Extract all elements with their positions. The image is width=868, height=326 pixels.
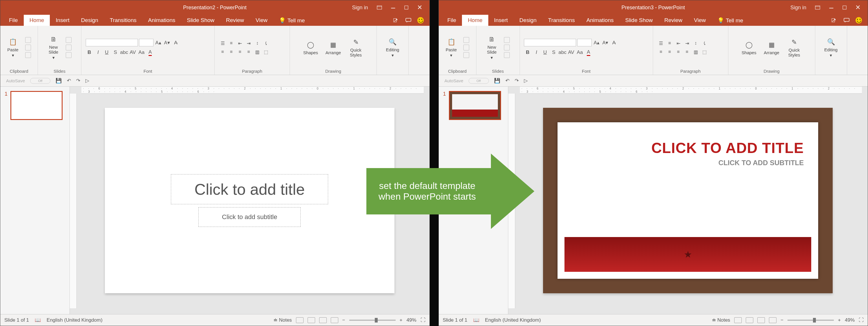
tab-slideshow[interactable]: Slide Show [181,15,220,26]
start-from-beginning-icon[interactable]: ▷ [86,78,89,84]
columns-button[interactable]: ▥ [254,49,261,55]
decrease-indent-button[interactable]: ⇤ [236,40,244,47]
zoom-out-icon[interactable]: − [780,317,783,323]
char-spacing-button[interactable]: AV [567,49,575,56]
autosave-toggle[interactable]: Off [469,78,489,84]
fit-to-window-icon[interactable]: ⛶ [421,317,426,323]
tab-insert[interactable]: Insert [488,15,514,26]
minimize-icon[interactable]: ‒ [391,3,396,12]
numbering-button[interactable]: ≡ [228,40,235,47]
shadow-button[interactable]: S [112,49,119,56]
shadow-button[interactable]: S [550,49,558,56]
format-painter-icon[interactable] [25,52,31,58]
bold-button[interactable]: B [524,49,531,56]
align-center-button[interactable]: ≡ [666,49,673,55]
underline-button[interactable]: U [103,49,111,56]
decrease-indent-button[interactable]: ⇤ [675,40,682,47]
tab-design[interactable]: Design [514,15,542,26]
tab-view[interactable]: View [250,15,273,26]
slide[interactable]: Click to add title Click to add subtitle [105,108,395,293]
change-case-button[interactable]: Aa [576,49,584,56]
shapes-button[interactable]: ◯Shapes [739,40,760,55]
line-spacing-button[interactable]: ↕ [692,40,700,47]
align-center-button[interactable]: ≡ [228,49,235,55]
zoom-slider[interactable] [787,320,834,321]
font-color-button[interactable]: A [585,49,592,56]
align-right-button[interactable]: ≡ [236,49,244,55]
copy-icon[interactable] [25,45,31,51]
text-direction-button[interactable]: ⤹ [701,40,708,47]
language-label[interactable]: English (United Kingdom) [485,317,541,323]
maximize-icon[interactable] [404,5,408,9]
signin-link[interactable]: Sign in [352,5,368,11]
reading-view-icon[interactable] [757,317,765,323]
zoom-out-icon[interactable]: − [342,317,345,323]
reset-icon[interactable] [504,45,510,51]
format-painter-icon[interactable] [463,52,469,58]
increase-indent-button[interactable]: ⇥ [683,40,691,47]
zoom-in-icon[interactable]: + [400,317,403,323]
underline-button[interactable]: U [541,49,549,56]
subtitle-placeholder[interactable]: CLICK TO ADD SUBTITLE [572,159,804,167]
save-icon[interactable]: 💾 [494,78,500,84]
cut-icon[interactable] [25,37,31,43]
tab-home[interactable]: Home [462,15,488,26]
tab-design[interactable]: Design [75,15,104,26]
font-size-dropdown[interactable] [139,39,154,47]
paste-button[interactable]: 📋 Paste▾ [3,37,24,58]
spellcheck-icon[interactable]: 📖 [35,317,41,323]
section-icon[interactable] [504,52,510,58]
undo-icon[interactable]: ↶ [505,78,509,84]
share-icon[interactable] [393,18,399,23]
clear-format-icon[interactable]: A̶ [610,39,618,47]
tab-insert[interactable]: Insert [50,15,75,26]
start-from-beginning-icon[interactable]: ▷ [524,78,528,84]
slideshow-view-icon[interactable] [769,317,776,323]
quick-styles-button[interactable]: ✎Quick Styles [784,38,805,57]
ribbon-display-options-icon[interactable] [815,5,820,9]
char-spacing-button[interactable]: AV [129,49,137,56]
slideshow-view-icon[interactable] [331,317,338,323]
italic-button[interactable]: I [94,49,102,56]
tab-view[interactable]: View [688,15,712,26]
fit-to-window-icon[interactable]: ⛶ [859,317,864,323]
smiley-icon[interactable] [417,17,424,24]
layout-icon[interactable] [504,37,510,43]
bold-button[interactable]: B [86,49,93,56]
clear-format-icon[interactable]: A̶ [172,39,180,47]
editing-button[interactable]: 🔍Editing▾ [820,37,841,58]
strikethrough-button[interactable]: abc [121,49,128,56]
line-spacing-button[interactable]: ↕ [254,40,261,47]
slide-sorter-icon[interactable] [308,317,315,323]
new-slide-button[interactable]: 🗎New Slide▾ [482,35,502,60]
share-icon[interactable] [831,18,838,23]
tab-animations[interactable]: Animations [142,15,181,26]
language-label[interactable]: English (United Kingdom) [46,317,102,323]
decrease-font-icon[interactable]: A▾ [601,39,609,47]
normal-view-icon[interactable] [296,317,304,323]
cut-icon[interactable] [463,37,469,43]
quick-styles-button[interactable]: ✎Quick Styles [345,38,366,57]
font-family-dropdown[interactable] [524,39,576,47]
comments-icon[interactable] [843,18,850,23]
increase-indent-button[interactable]: ⇥ [245,40,253,47]
zoom-in-icon[interactable]: + [838,317,841,323]
bullets-button[interactable]: ☰ [219,40,226,47]
arrange-button[interactable]: ▦Arrange [761,40,782,55]
zoom-level[interactable]: 49% [845,317,855,323]
tab-review[interactable]: Review [659,15,688,26]
title-placeholder[interactable]: Click to add title [171,174,328,204]
notes-button[interactable]: ≐ Notes [273,317,292,323]
slide-thumbnail-1[interactable] [10,91,63,120]
tellme[interactable]: 💡 Tell me [273,15,310,26]
smartart-button[interactable]: ⬚ [262,49,270,55]
font-family-dropdown[interactable] [86,39,138,47]
subtitle-placeholder[interactable]: Click to add subtitle [198,207,301,227]
maximize-icon[interactable] [842,5,846,9]
tab-review[interactable]: Review [220,15,250,26]
bullets-button[interactable]: ☰ [657,40,665,47]
arrange-button[interactable]: ▦Arrange [323,40,344,55]
smartart-button[interactable]: ⬚ [701,49,708,55]
copy-icon[interactable] [463,45,469,51]
zoom-level[interactable]: 49% [406,317,416,323]
